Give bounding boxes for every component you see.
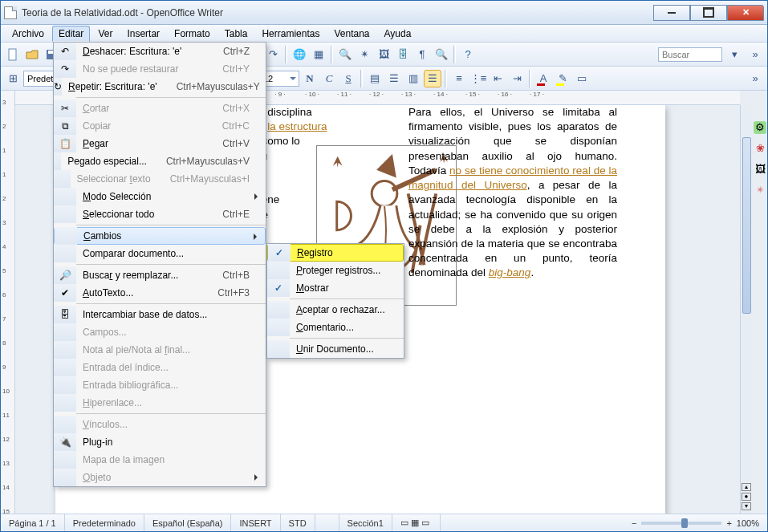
status-selmode[interactable] bbox=[315, 514, 339, 531]
copy-icon: ⧉ bbox=[62, 120, 69, 132]
minimize-button[interactable] bbox=[653, 5, 690, 21]
submenuitem-registro[interactable]: ✓Registro bbox=[267, 244, 404, 262]
submenuitem-proteger-registros-[interactable]: Proteger registros... bbox=[267, 262, 404, 279]
align-left-icon[interactable]: ▤ bbox=[366, 70, 384, 87]
sidebar-styles-icon[interactable]: ❀ bbox=[754, 142, 766, 155]
menu-ventana[interactable]: Ventana bbox=[327, 26, 376, 42]
menuitem-comparar-documento-[interactable]: Comparar documento... bbox=[54, 245, 266, 262]
menuitem-shortcut: Ctrl+B bbox=[222, 270, 250, 281]
styles-icon[interactable]: ⊞ bbox=[4, 70, 22, 87]
navigator-icon[interactable]: ✴ bbox=[356, 46, 373, 63]
align-right-icon[interactable]: ▥ bbox=[404, 70, 422, 87]
submenu-cambios-panel: ✓RegistroProteger registros...✓MostrarAc… bbox=[266, 243, 404, 359]
sidebar-navigator-icon[interactable]: ✴ bbox=[754, 184, 766, 197]
menu-ver[interactable]: Ver bbox=[91, 26, 119, 42]
menuitem-label: Plug-in bbox=[83, 437, 250, 448]
menuitem-buscar-y-reemplazar-[interactable]: 🔎Buscar y reemplazar...Ctrl+B bbox=[54, 266, 266, 284]
new-icon[interactable] bbox=[4, 46, 22, 63]
help-icon[interactable]: ? bbox=[459, 46, 477, 63]
redo-icon[interactable]: ↷ bbox=[264, 46, 282, 63]
maximize-button[interactable] bbox=[690, 5, 727, 21]
menuitem-plug-in[interactable]: 🔌Plug-in bbox=[54, 433, 266, 451]
nav-browse-icon[interactable]: ● bbox=[742, 493, 751, 501]
datasources-icon[interactable]: 🗄 bbox=[394, 46, 412, 63]
nav-prev-icon[interactable]: ▴ bbox=[742, 483, 751, 491]
menu-formato[interactable]: Formato bbox=[168, 26, 217, 42]
highlight-color-icon[interactable]: ✎ bbox=[554, 70, 571, 87]
svg-point-3 bbox=[372, 181, 397, 206]
status-section[interactable]: Sección1 bbox=[339, 514, 392, 531]
status-page[interactable]: Página 1 / 1 bbox=[1, 514, 65, 531]
find-icon[interactable]: 🔍 bbox=[336, 46, 354, 63]
vertical-scrollbar[interactable] bbox=[740, 105, 753, 514]
zoom-in-icon[interactable]: + bbox=[726, 518, 731, 528]
open-icon[interactable] bbox=[23, 46, 41, 63]
menuitem-label: Entrada del índice... bbox=[83, 362, 250, 373]
menu-tabla[interactable]: Tabla bbox=[218, 26, 254, 42]
close-button[interactable] bbox=[727, 5, 764, 21]
menuitem-label: Cortar bbox=[83, 103, 203, 114]
status-language[interactable]: Español (España) bbox=[144, 514, 231, 531]
nav-next-icon[interactable]: ▾ bbox=[742, 502, 751, 510]
bold-icon[interactable]: N bbox=[301, 70, 319, 87]
zoom-value[interactable]: 100% bbox=[737, 518, 759, 528]
status-std[interactable]: STD bbox=[281, 514, 315, 531]
hyperlink-icon[interactable]: 🌐 bbox=[291, 46, 308, 63]
menuitem-cambios[interactable]: Cambios bbox=[54, 227, 266, 245]
table-icon[interactable]: ▦ bbox=[310, 46, 327, 63]
decrease-indent-icon[interactable]: ⇤ bbox=[489, 70, 506, 87]
menuitem-mapa-de-la-imagen: Mapa de la imagen bbox=[54, 451, 266, 469]
menuitem-hiperenlace-: Hiperenlace... bbox=[54, 394, 266, 412]
underline-icon[interactable]: S bbox=[339, 70, 357, 87]
db-icon: 🗄 bbox=[60, 309, 70, 320]
increase-indent-icon[interactable]: ⇥ bbox=[508, 70, 526, 87]
menuitem-deshacer-escritura-e-[interactable]: ↶Deshacer: Escritura: 'e'Ctrl+Z bbox=[54, 43, 266, 60]
submenuitem-mostrar[interactable]: ✓Mostrar bbox=[267, 279, 404, 297]
menuitem-intercambiar-base-de-datos-[interactable]: 🗄Intercambiar base de datos... bbox=[54, 306, 266, 323]
nonprinting-icon[interactable]: ¶ bbox=[413, 46, 431, 63]
menu-ayuda[interactable]: Ayuda bbox=[378, 26, 418, 42]
zoom-control[interactable]: − + 100% bbox=[624, 518, 767, 528]
menuitem-autotexto-[interactable]: ✔AutoTexto...Ctrl+F3 bbox=[54, 284, 266, 302]
menuitem-seleccionar-todo[interactable]: Seleccionar todoCtrl+E bbox=[54, 205, 266, 223]
menu-archivo[interactable]: Archivo bbox=[6, 26, 51, 42]
submenuitem-aceptar-o-rechazar-[interactable]: Aceptar o rechazar... bbox=[267, 301, 404, 319]
menu-editar[interactable]: Editar bbox=[52, 26, 90, 42]
menuitem-pegado-especial-[interactable]: Pegado especial...Ctrl+Mayusculas+V bbox=[54, 152, 266, 170]
gallery-icon[interactable]: 🖼 bbox=[375, 46, 392, 63]
menuitem-modo-selecci-n[interactable]: Modo Selección bbox=[54, 188, 266, 205]
numbering-icon[interactable]: ≡ bbox=[450, 70, 468, 87]
scrollbar-thumb[interactable] bbox=[742, 137, 751, 314]
status-style[interactable]: Predeterminado bbox=[65, 514, 144, 531]
sidebar-gallery-icon[interactable]: 🖼 bbox=[754, 163, 766, 176]
menu-insertar[interactable]: Insertar bbox=[120, 26, 166, 42]
menuitem-label: Deshacer: Escritura: 'e' bbox=[83, 46, 204, 57]
titlebar: Teoria de la Relatividad.odt - OpenOffic… bbox=[1, 1, 767, 25]
menu-herramientas[interactable]: Herramientas bbox=[255, 26, 326, 42]
align-justify-icon[interactable]: ☰ bbox=[424, 70, 441, 87]
menuitem-objeto: Objeto bbox=[54, 469, 266, 486]
search-input[interactable] bbox=[658, 47, 722, 62]
bullets-icon[interactable]: ⋮≡ bbox=[469, 70, 487, 87]
zoom-slider[interactable] bbox=[641, 522, 721, 525]
status-view-icons[interactable]: ▭ ▦ ▭ bbox=[392, 514, 441, 531]
zoom-icon[interactable]: 🔍 bbox=[433, 46, 450, 63]
italic-icon[interactable]: C bbox=[320, 70, 338, 87]
background-color-icon[interactable]: ▭ bbox=[573, 70, 591, 87]
zoom-out-icon[interactable]: − bbox=[632, 518, 636, 528]
toolbar-overflow-icon[interactable]: » bbox=[746, 46, 764, 63]
search-dropdown-icon[interactable]: ▾ bbox=[725, 46, 743, 63]
menuitem-v-nculos-: Vínculos... bbox=[54, 416, 266, 433]
menuitem-label: Campos... bbox=[83, 327, 250, 338]
menuitem-pegar[interactable]: 📋PegarCtrl+V bbox=[54, 135, 266, 152]
status-insert[interactable]: INSERT bbox=[231, 514, 280, 531]
toolbar2-overflow-icon[interactable]: » bbox=[746, 70, 764, 87]
font-color-icon[interactable]: A bbox=[534, 70, 552, 87]
sidebar-properties-icon[interactable]: ⚙ bbox=[754, 121, 766, 134]
menuitem-label: Nota al pie/Nota al final... bbox=[83, 344, 250, 355]
menuitem-shortcut: Ctrl+Z bbox=[223, 46, 250, 57]
submenuitem-unir-documento-[interactable]: Unir Documento... bbox=[267, 340, 404, 358]
menuitem-repetir-escritura-e-[interactable]: ↻Repetir: Escritura: 'e'Ctrl+Mayusculas+… bbox=[54, 78, 266, 95]
submenuitem-comentario-[interactable]: Comentario... bbox=[267, 319, 404, 336]
align-center-icon[interactable]: ☰ bbox=[385, 70, 403, 87]
